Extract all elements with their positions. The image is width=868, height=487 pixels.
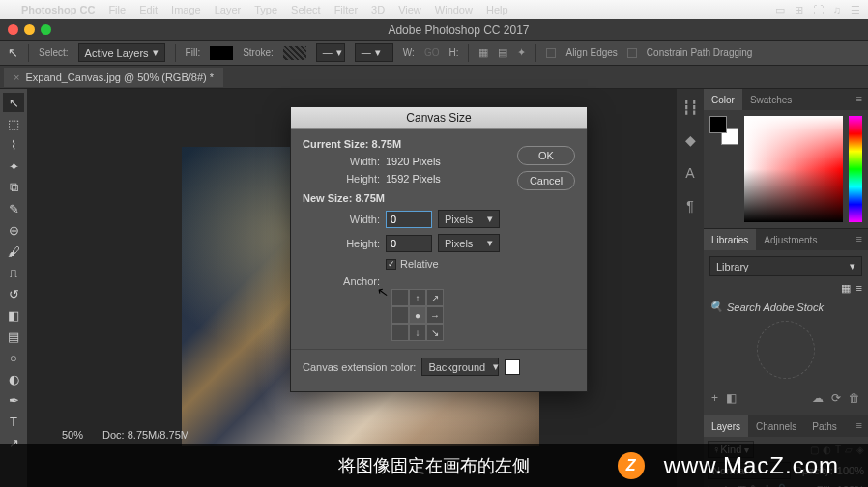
anchor-grid[interactable]: ↑↗ ●→ ↓↘ xyxy=(391,289,575,341)
anchor-s[interactable]: ↓ xyxy=(409,324,426,341)
color-picker[interactable] xyxy=(744,116,843,222)
height-unit-select[interactable]: Pixels▾ xyxy=(438,234,500,252)
menubar-fullscreen-icon[interactable]: ⛶ xyxy=(813,4,824,15)
type-tool[interactable]: T xyxy=(3,412,24,431)
stroke-swatch[interactable] xyxy=(283,46,306,60)
color-panel-menu-icon[interactable]: ≡ xyxy=(851,89,868,110)
menu-edit[interactable]: Edit xyxy=(139,4,158,15)
stroke-width[interactable]: —▾ xyxy=(316,43,345,62)
menubar-screen-icon[interactable]: ▭ xyxy=(775,4,785,16)
constrain-checkbox[interactable] xyxy=(627,48,637,58)
stroke-style[interactable]: —▾ xyxy=(355,43,393,62)
library-dropzone[interactable] xyxy=(757,321,815,379)
foreground-color[interactable] xyxy=(709,116,727,133)
menu-select[interactable]: Select xyxy=(291,4,321,15)
document-tab[interactable]: × Expand_Canvas.jpg @ 50% (RGB/8#) * xyxy=(4,68,223,87)
lib-sync-icon[interactable]: ⟳ xyxy=(831,391,841,405)
eyedropper-tool[interactable]: ✎ xyxy=(3,199,24,218)
path-arrange-icon[interactable]: ▤ xyxy=(498,46,507,59)
window-titlebar: Adobe Photoshop CC 2017 xyxy=(0,19,868,41)
anchor-se[interactable]: ↘ xyxy=(426,324,444,341)
character-panel-icon[interactable]: A xyxy=(681,164,699,182)
healing-tool[interactable]: ⊕ xyxy=(3,220,24,240)
history-panel-icon[interactable]: ┇┇ xyxy=(681,99,699,116)
eraser-tool[interactable]: ◧ xyxy=(3,305,24,325)
blur-tool[interactable]: ○ xyxy=(3,348,24,367)
anchor-e[interactable]: → xyxy=(426,306,444,324)
paragraph-panel-icon[interactable]: ¶ xyxy=(681,197,699,215)
hue-strip[interactable] xyxy=(849,116,862,222)
tab-paths[interactable]: Paths xyxy=(804,415,845,437)
pen-tool[interactable]: ✒ xyxy=(3,390,24,410)
tab-layers[interactable]: Layers xyxy=(704,415,748,437)
ok-button[interactable]: OK xyxy=(517,146,575,165)
tab-libraries[interactable]: Libraries xyxy=(704,229,756,250)
menu-file[interactable]: File xyxy=(108,4,126,15)
close-window-button[interactable] xyxy=(8,24,18,35)
crop-tool[interactable]: ⧉ xyxy=(3,178,24,197)
stamp-tool[interactable]: ⎍ xyxy=(3,263,24,282)
new-width-input[interactable] xyxy=(386,211,432,228)
layers-panel-menu-icon[interactable]: ≡ xyxy=(851,415,868,437)
width-unit-select[interactable]: Pixels▾ xyxy=(438,210,500,228)
anchor-c[interactable]: ● xyxy=(409,306,426,324)
menu-help[interactable]: Help xyxy=(486,4,508,15)
library-select[interactable]: Library▾ xyxy=(709,256,862,276)
ext-color-select[interactable]: Background▾ xyxy=(421,358,499,376)
lib-list-icon[interactable]: ≡ xyxy=(856,282,862,295)
zoom-level[interactable]: 50% xyxy=(62,429,83,441)
move-tool[interactable]: ↖ xyxy=(3,93,24,112)
menu-view[interactable]: View xyxy=(398,4,421,15)
properties-panel-icon[interactable]: ◆ xyxy=(681,131,699,149)
tab-color[interactable]: Color xyxy=(704,89,742,110)
anchor-ne[interactable]: ↗ xyxy=(426,289,444,306)
brush-tool[interactable]: 🖌 xyxy=(3,242,24,261)
new-width-label: Width: xyxy=(303,214,386,225)
menu-filter[interactable]: Filter xyxy=(334,4,358,15)
lib-cloud-icon[interactable]: ☁ xyxy=(812,391,824,405)
history-brush-tool[interactable]: ↺ xyxy=(3,284,24,303)
ext-color-swatch[interactable] xyxy=(505,359,520,375)
dodge-tool[interactable]: ◐ xyxy=(3,369,24,388)
zoom-window-button[interactable] xyxy=(41,24,51,35)
new-height-input[interactable] xyxy=(386,235,432,252)
anchor-w[interactable] xyxy=(391,306,409,324)
anchor-n[interactable]: ↑ xyxy=(409,289,426,306)
menu-layer[interactable]: Layer xyxy=(215,4,242,15)
relative-checkbox[interactable] xyxy=(386,259,396,270)
move-tool-icon[interactable]: ↖ xyxy=(8,45,18,60)
tab-adjustments[interactable]: Adjustments xyxy=(756,229,825,250)
marquee-tool[interactable]: ⬚ xyxy=(3,114,24,133)
minimize-window-button[interactable] xyxy=(24,24,35,35)
cancel-button[interactable]: Cancel xyxy=(517,171,575,190)
lib-add-icon[interactable]: + xyxy=(711,391,718,405)
anchor-sw[interactable] xyxy=(391,324,409,341)
app-name[interactable]: Photoshop CC xyxy=(21,4,95,15)
menu-image[interactable]: Image xyxy=(171,4,201,15)
menubar-display-icon[interactable]: ⊞ xyxy=(795,4,803,16)
lib-stock-icon[interactable]: ◧ xyxy=(726,391,737,405)
align-edges-checkbox[interactable] xyxy=(546,48,556,58)
menubar-search-icon[interactable]: ☰ xyxy=(851,4,860,16)
menu-3d[interactable]: 3D xyxy=(371,4,385,15)
gradient-tool[interactable]: ▤ xyxy=(3,327,24,346)
close-tab-icon[interactable]: × xyxy=(14,72,19,83)
fill-swatch[interactable] xyxy=(210,46,233,60)
libraries-panel-menu-icon[interactable]: ≡ xyxy=(851,229,868,250)
lib-grid-icon[interactable]: ▦ xyxy=(841,282,851,295)
path-align-icon[interactable]: ▦ xyxy=(478,46,488,59)
lib-trash-icon[interactable]: 🗑 xyxy=(849,391,860,405)
tab-swatches[interactable]: Swatches xyxy=(742,89,799,110)
menubar-audio-icon[interactable]: ♫ xyxy=(833,4,841,15)
lasso-tool[interactable]: ⌇ xyxy=(3,135,24,155)
fg-bg-color[interactable] xyxy=(709,116,738,145)
library-search[interactable]: 🔍Search Adobe Stock xyxy=(709,301,862,313)
tab-channels[interactable]: Channels xyxy=(748,415,804,437)
menu-type[interactable]: Type xyxy=(254,4,277,15)
magic-wand-tool[interactable]: ✦ xyxy=(3,157,24,176)
select-dropdown[interactable]: Active Layers▾ xyxy=(78,43,165,62)
path-options-icon[interactable]: ✦ xyxy=(517,46,526,59)
link-wh-icon[interactable]: GO xyxy=(424,47,440,58)
anchor-nw[interactable] xyxy=(391,289,409,306)
menu-window[interactable]: Window xyxy=(435,4,473,15)
